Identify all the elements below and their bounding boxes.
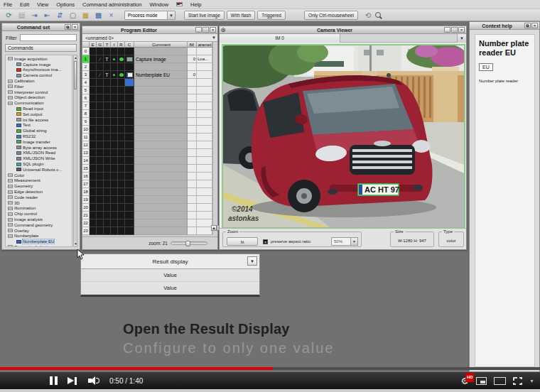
float-panel-icon[interactable]: ⧉ — [65, 24, 71, 30]
program-row-6[interactable]: 6 — [82, 94, 217, 102]
program-row-5[interactable]: 5 — [82, 87, 217, 94]
tree-item-illumination[interactable]: Illumination — [6, 206, 72, 212]
column-header-comment[interactable]: Comment — [134, 42, 188, 48]
minimize-icon[interactable]: _ — [195, 27, 202, 33]
chevron-down-icon[interactable]: ▼ — [457, 34, 466, 43]
program-row-18[interactable]: 18 — [82, 188, 217, 196]
tree-item-object-detection[interactable]: Object detection — [6, 95, 72, 101]
slider-knob[interactable] — [185, 241, 190, 246]
settings-gear-icon[interactable]: ⚙HD — [460, 376, 469, 386]
miniplayer-icon[interactable] — [476, 377, 487, 385]
camera-image[interactable]: AC HT 97 ©2014 astonkas — [222, 44, 465, 229]
program-row-8[interactable]: 8 — [82, 110, 217, 118]
close-icon[interactable]: × — [72, 24, 78, 30]
preserve-aspect-checkbox[interactable]: × — [263, 239, 268, 244]
program-row-9[interactable]: 9 — [82, 118, 217, 126]
fullscreen-icon[interactable] — [513, 377, 522, 385]
column-header-g[interactable]: G — [97, 42, 104, 48]
tree-item-ini-file-access[interactable]: Ini file access — [6, 117, 72, 123]
new-doc-icon[interactable]: ▢ — [68, 11, 77, 20]
tree-item-numberplate[interactable]: Numberplate — [6, 234, 72, 239]
tree-item-measurement[interactable]: Measurement — [6, 178, 72, 184]
menu-item-options[interactable]: Options — [56, 1, 75, 8]
column-header-im[interactable]: IM — [188, 42, 197, 48]
popup-header[interactable]: Result display ▼ — [81, 254, 259, 269]
program-row-15[interactable]: 15 — [82, 165, 217, 173]
program-row-16[interactable]: 16 — [82, 173, 217, 180]
tree-item-global-string[interactable]: Global string — [6, 128, 72, 134]
tree-item-color[interactable]: Color — [6, 173, 72, 178]
theater-mode-icon[interactable] — [494, 377, 506, 385]
tree-item-overlay[interactable]: Overlay — [6, 228, 72, 234]
zoom-percent-dropdown[interactable]: 50%▼ — [331, 237, 358, 246]
tree-item-xml-json-read[interactable]: XML/JSON Read — [6, 151, 72, 156]
tree-item-xml-json-write[interactable]: XML/JSON Write — [6, 156, 72, 161]
maximize-icon[interactable]: □ — [451, 27, 458, 33]
run-icon[interactable]: ⟳ — [4, 11, 14, 20]
menu-item-file[interactable]: File — [4, 1, 12, 8]
tree-item-universal-robots-c[interactable]: Universal Robots c... — [6, 167, 72, 173]
save-icon[interactable]: ▩ — [94, 11, 103, 20]
refresh-icon[interactable]: ⟲ — [365, 11, 371, 19]
fit-button[interactable]: fit — [227, 237, 258, 246]
grid-zoom-slider[interactable] — [171, 241, 207, 245]
float-panel-icon[interactable]: ⧉ — [524, 23, 531, 28]
menu-item-edit[interactable]: Edit — [20, 1, 29, 8]
tree-item-text[interactable]: Text — [6, 123, 72, 129]
minimize-icon[interactable]: _ — [444, 27, 450, 33]
command-set-scrollbar[interactable]: ▲▼ — [73, 55, 77, 247]
tree-item-filter[interactable]: Filter — [6, 84, 72, 89]
program-row-19[interactable]: 19 — [82, 196, 217, 204]
tree-item-capture-image[interactable]: Capture image — [6, 62, 72, 67]
scroll-down-icon[interactable]: ▼ — [74, 241, 77, 246]
program-row-0[interactable]: 0 — [82, 48, 217, 55]
zoom-search-icon[interactable] — [374, 11, 382, 19]
program-row-12[interactable]: 12 — [82, 141, 217, 149]
tree-item-asynchronous-ima[interactable]: Asynchronous ima... — [6, 67, 72, 73]
program-row-10[interactable]: 10 — [82, 126, 217, 134]
program-row-3[interactable]: 3∕TNumberplate EU0 — [82, 71, 217, 79]
tree-item-interpreter-control[interactable]: Interpreter control — [6, 89, 72, 95]
tree-item-image-acquisition[interactable]: Image acquisition — [6, 56, 72, 62]
column-header-r[interactable]: R — [118, 42, 125, 48]
menu-item-window[interactable]: Window — [149, 1, 168, 8]
tree-item-customized-plugins[interactable]: Customized plugins — [6, 244, 72, 247]
program-select[interactable]: <unnamed 0> ▼ — [82, 34, 217, 42]
close-icon[interactable]: × — [458, 27, 465, 33]
tree-item-geometry[interactable]: Geometry — [6, 183, 72, 189]
chevron-down-icon[interactable]: ▼ — [529, 379, 534, 383]
popup-item-value[interactable]: Value — [81, 269, 259, 282]
column-header-i[interactable]: I — [111, 42, 118, 48]
tab-im0[interactable]: IM 0 — [220, 34, 340, 43]
program-row-20[interactable]: 20 — [82, 204, 217, 212]
start-live-image-button[interactable]: Start live image — [184, 11, 225, 20]
tree-item-numberplate-eu[interactable]: Numberplate EU — [6, 239, 72, 244]
tree-item-chip-control[interactable]: Chip control — [6, 211, 72, 217]
column-header-c[interactable]: C — [125, 42, 134, 48]
ctrl-mousewheel-button[interactable]: Only Ctrl-mousewheel — [304, 11, 358, 20]
progress-bar[interactable] — [0, 367, 540, 370]
program-row-23[interactable]: 23 — [82, 227, 217, 235]
program-row-17[interactable]: 17 — [82, 180, 217, 188]
tree-item-code-reader[interactable]: Code reader — [6, 195, 72, 200]
tree-item-byte-array-access[interactable]: Byte array access — [6, 145, 72, 151]
program-row-22[interactable]: 22 — [82, 219, 217, 227]
transfer-icon[interactable]: ⇵ — [55, 11, 65, 20]
tree-item-communication[interactable]: Communication — [6, 100, 72, 106]
scroll-up-icon[interactable]: ▲ — [211, 225, 217, 231]
program-row-1[interactable]: 1∕TCapture image0Loa... — [82, 55, 217, 63]
program-row-21[interactable]: 21 — [82, 212, 217, 219]
close-doc-icon[interactable]: × — [107, 11, 116, 20]
volume-button[interactable] — [88, 376, 99, 385]
program-row-13[interactable]: 13 — [82, 149, 217, 157]
process-mode-dropdown[interactable]: Process mode ▼ — [124, 11, 176, 20]
tree-item-camera-control[interactable]: Camera control — [6, 72, 72, 78]
tree-item-3d[interactable]: 3D — [6, 200, 72, 206]
close-icon[interactable]: × — [210, 27, 216, 33]
export-icon[interactable]: ⇤ — [43, 11, 52, 20]
maximize-icon[interactable]: □ — [202, 27, 209, 33]
column-header-t[interactable]: T — [104, 42, 111, 48]
tree-item-sql-plugin[interactable]: SQL plugin — [6, 161, 72, 167]
column-header-aramet[interactable]: aramet — [197, 42, 212, 48]
tree-item-set-output[interactable]: Set output — [6, 111, 72, 117]
